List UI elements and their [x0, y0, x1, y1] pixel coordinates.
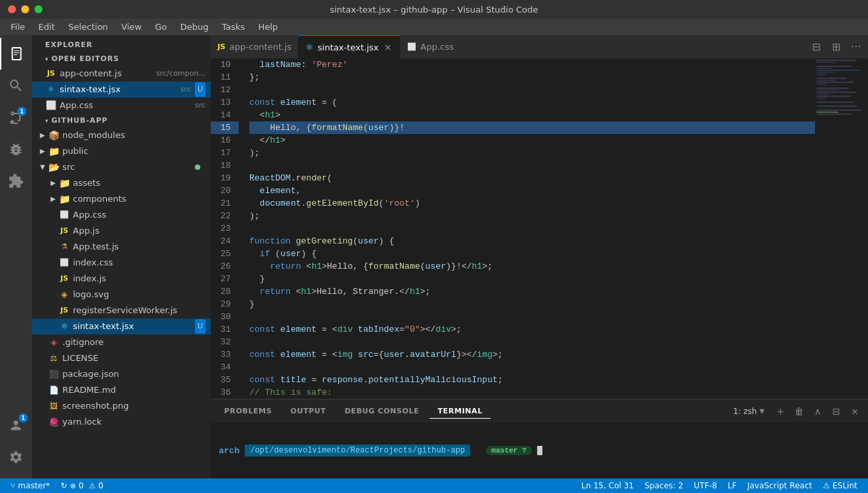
- code-line-35: const title = response.potentiallyMalici…: [249, 374, 815, 386]
- code-line-22: );: [249, 210, 815, 222]
- github-app-section[interactable]: ▾ Github-App: [32, 113, 211, 127]
- sidebar-item-components[interactable]: ▶ 📁 components: [32, 191, 211, 207]
- status-position[interactable]: Ln 15, Col 31: [576, 481, 639, 490]
- menu-selection[interactable]: Selection: [63, 21, 113, 33]
- code-line-25: if (user) {: [249, 247, 815, 260]
- panel-tab-problems[interactable]: PROBLEMS: [216, 404, 280, 419]
- git-branch-indicator: master ?: [486, 446, 532, 455]
- panel-tabs: PROBLEMS OUTPUT DEBUG CONSOLE TERMINAL 1…: [211, 399, 868, 423]
- code-line-19: ReactDOM.render(: [249, 172, 815, 184]
- terminal-content[interactable]: arch /opt/desenvolvimento/ReactProjects/…: [211, 423, 868, 478]
- code-content[interactable]: lastName: 'Perez' }; const element = ( <…: [244, 58, 815, 399]
- menu-file[interactable]: File: [5, 21, 31, 33]
- menu-help[interactable]: Help: [253, 21, 283, 33]
- status-branch[interactable]: ⑂ master*: [5, 478, 55, 493]
- status-bar: ⑂ master* ↻ ⊗ 0 ⚠ 0 Ln 15, Col 31 Spaces…: [0, 478, 868, 493]
- debug-activity-icon[interactable]: [0, 133, 32, 165]
- add-terminal-button[interactable]: +: [773, 403, 788, 419]
- folder-icon: 📁: [48, 145, 60, 157]
- panel-tab-debug-console[interactable]: DEBUG CONSOLE: [337, 404, 427, 419]
- status-spaces[interactable]: Spaces: 2: [639, 481, 688, 490]
- status-sync[interactable]: ↻ ⊗ 0 ⚠ 0: [55, 478, 108, 493]
- sidebar-item-src[interactable]: ▼ 📂 src: [32, 159, 211, 175]
- sidebar: Explorer ▾ Open Editors JS app-content.j…: [32, 35, 211, 478]
- license-file-icon: ⚖: [48, 352, 60, 364]
- code-line-10: lastName: 'Perez': [249, 58, 815, 71]
- menu-edit[interactable]: Edit: [33, 21, 60, 33]
- test-file-icon: ⚗: [58, 241, 70, 253]
- sidebar-item-register-sw[interactable]: JS registerServiceWorker.js: [32, 303, 211, 318]
- panel-tab-output[interactable]: OUTPUT: [282, 404, 334, 419]
- sidebar-item-index-js[interactable]: JS index.js: [32, 271, 211, 287]
- sidebar-item-app-js[interactable]: JS App.js: [32, 223, 211, 239]
- open-editor-sintax-text[interactable]: ⚛ sintax-text.jsx src U: [32, 82, 211, 98]
- branch-name: master*: [18, 481, 50, 490]
- status-eslint[interactable]: ⚠ ESLint: [818, 481, 863, 490]
- sidebar-item-license[interactable]: ▶ ⚖ LICENSE: [32, 350, 211, 366]
- sidebar-item-public[interactable]: ▶ 📁 public: [32, 143, 211, 159]
- search-activity-icon[interactable]: [0, 70, 32, 102]
- terminal-path: /opt/desenvolvimento/ReactProjects/githu…: [245, 445, 470, 457]
- account-bottom-icon[interactable]: 1: [0, 409, 32, 441]
- more-actions-button[interactable]: ···: [847, 38, 865, 56]
- code-line-14: <h1>: [249, 109, 815, 121]
- minimize-button[interactable]: [21, 5, 29, 13]
- sidebar-item-node-modules[interactable]: ▶ 📦 node_modules: [32, 127, 211, 143]
- terminal-dropdown[interactable]: 1: zsh ▼: [733, 407, 765, 416]
- settings-bottom-icon[interactable]: [0, 441, 32, 473]
- open-editors-section[interactable]: ▾ Open Editors: [32, 52, 211, 66]
- panel-actions: 1: zsh ▼ + 🗑 ∧ ⊟ ×: [733, 403, 863, 419]
- code-line-33: const element = <img src={user.avatarUrl…: [249, 348, 815, 361]
- menu-tasks[interactable]: Tasks: [217, 21, 251, 33]
- toggle-layout-button[interactable]: ⊞: [827, 38, 845, 56]
- editor-section: JS app-content.js ⚛ sintax-text.jsx × ⬜ …: [211, 35, 868, 478]
- split-editor-button[interactable]: ⊟: [807, 38, 826, 56]
- sidebar-item-index-css[interactable]: ⬜ index.css: [32, 255, 211, 271]
- code-line-15: Hello, {formatName(user)}!: [249, 121, 815, 134]
- kill-terminal-button[interactable]: 🗑: [791, 403, 807, 419]
- extensions-activity-icon[interactable]: [0, 165, 32, 197]
- tab-close-button[interactable]: ×: [383, 42, 393, 52]
- sidebar-item-gitignore[interactable]: ▶ ◈ .gitignore: [32, 334, 211, 350]
- tab-app-content[interactable]: JS app-content.js: [211, 35, 298, 58]
- sidebar-item-app-test[interactable]: ⚗ App.test.js: [32, 239, 211, 255]
- panel-tab-terminal[interactable]: TERMINAL: [430, 404, 491, 419]
- maximize-panel-button[interactable]: ∧: [810, 403, 826, 419]
- code-editor: 10 11 12 13 14 15 16 17 18 19 20 21 22 2…: [211, 58, 868, 399]
- close-button[interactable]: [8, 5, 16, 13]
- open-editor-app-content[interactable]: JS app-content.js src/compon...: [32, 66, 211, 82]
- status-encoding[interactable]: UTF-8: [688, 481, 722, 490]
- titlebar: sintax-text.jsx – github-app – Visual St…: [0, 0, 868, 19]
- sidebar-item-readme[interactable]: ▶ 📄 README.md: [32, 382, 211, 398]
- code-line-27: }: [249, 273, 815, 285]
- code-line-34: [249, 361, 815, 374]
- status-eol[interactable]: LF: [722, 481, 742, 490]
- sidebar-item-assets[interactable]: ▶ 📁 assets: [32, 175, 211, 191]
- sidebar-item-sintax-text[interactable]: ⚛ sintax-text.jsx U: [32, 318, 211, 334]
- explorer-icon[interactable]: [0, 38, 32, 70]
- modified-dot: [195, 165, 200, 170]
- code-line-24: function getGreeting(user) {: [249, 235, 815, 247]
- sidebar-item-screenshot[interactable]: ▶ 🖼 screenshot.png: [32, 398, 211, 414]
- open-editor-app-css[interactable]: ⬜ App.css src: [32, 98, 211, 113]
- status-language[interactable]: JavaScript React: [742, 481, 818, 490]
- close-panel-button[interactable]: ×: [847, 403, 863, 419]
- code-line-30: [249, 311, 815, 323]
- menu-go[interactable]: Go: [150, 21, 172, 33]
- account-badge: 1: [19, 413, 28, 423]
- sidebar-item-app-css[interactable]: ⬜ App.css: [32, 207, 211, 223]
- window-controls[interactable]: [8, 5, 42, 13]
- menu-debug[interactable]: Debug: [175, 21, 214, 33]
- status-right: Ln 15, Col 31 Spaces: 2 UTF-8 LF JavaScr…: [576, 481, 863, 490]
- source-control-activity-icon[interactable]: 1: [0, 102, 32, 133]
- maximize-button[interactable]: [34, 5, 42, 13]
- split-terminal-button[interactable]: ⊟: [828, 403, 844, 419]
- code-line-28: return <h1>Hello, Stranger.</h1>;: [249, 285, 815, 298]
- bottom-panel: PROBLEMS OUTPUT DEBUG CONSOLE TERMINAL 1…: [211, 399, 868, 478]
- sidebar-item-package-json[interactable]: ▶ ⬛ package.json: [32, 366, 211, 382]
- tab-app-css[interactable]: ⬜ App.css: [401, 35, 467, 58]
- tab-sintax-text[interactable]: ⚛ sintax-text.jsx ×: [298, 35, 401, 58]
- sidebar-item-yarn-lock[interactable]: ▶ 🧶 yarn.lock: [32, 414, 211, 430]
- menu-view[interactable]: View: [116, 21, 147, 33]
- sidebar-item-logo-svg[interactable]: ◈ logo.svg: [32, 287, 211, 303]
